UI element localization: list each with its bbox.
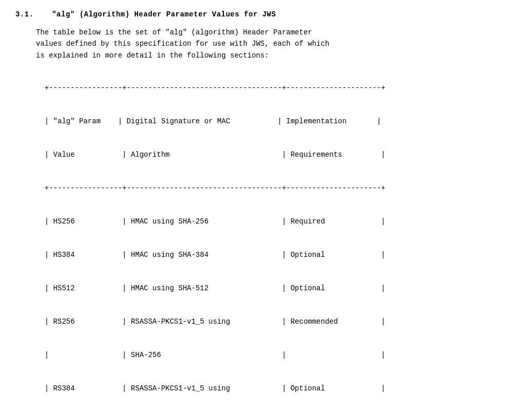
table-row-rs256-2: | | SHA-256 | | <box>45 351 386 359</box>
section-number: 3.1. <box>15 10 34 18</box>
table-header-row1: | "alg" Param | Digital Signature or MAC… <box>45 117 381 125</box>
intro-line-2: values defined by this specification for… <box>36 40 329 48</box>
table-separator-mid: +-----------------+---------------------… <box>45 184 386 192</box>
intro-line-3: is explained in more detail in the follo… <box>36 51 269 60</box>
table-row-hs256: | HS256 | HMAC using SHA-256 | Required … <box>45 217 386 226</box>
intro-paragraph: The table below is the set of "alg" (alg… <box>15 27 517 61</box>
table-header-row2: | Value | Algorithm | Requirements | <box>45 151 386 159</box>
section-heading: "alg" (Algorithm) Header Parameter Value… <box>52 10 276 18</box>
intro-line-1: The table below is the set of "alg" (alg… <box>36 28 312 36</box>
table-separator-top: +-----------------+---------------------… <box>45 84 386 92</box>
section-title: 3.1. "alg" (Algorithm) Header Parameter … <box>15 10 517 18</box>
table-row-hs512: | HS512 | HMAC using SHA-512 | Optional … <box>45 284 386 292</box>
table-row-rs256-1: | RS256 | RSASSA-PKCS1-v1_5 using | Reco… <box>45 317 386 326</box>
table-row-hs384: | HS384 | HMAC using SHA-384 | Optional … <box>45 251 386 259</box>
table-container: +-----------------+---------------------… <box>15 71 517 411</box>
table-row-rs384-1: | RS384 | RSASSA-PKCS1-v1_5 using | Opti… <box>45 384 386 393</box>
